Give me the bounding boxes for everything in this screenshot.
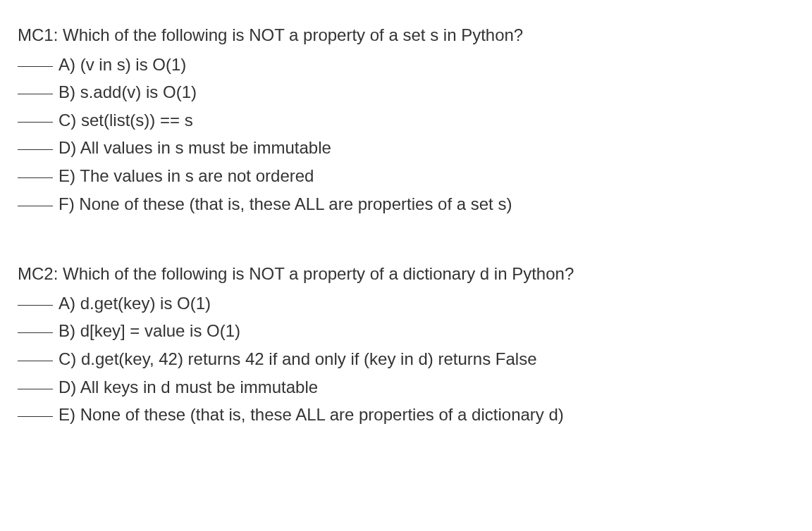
answer-blank[interactable] [18, 66, 53, 67]
answer-blank[interactable] [18, 389, 53, 389]
question-mc2: MC2: Which of the following is NOT a pro… [18, 260, 794, 429]
answer-blank[interactable] [18, 332, 53, 333]
option-row: C) d.get(key, 42) returns 42 if and only… [18, 345, 794, 373]
option-row: F) None of these (that is, these ALL are… [18, 190, 794, 218]
option-text: C) d.get(key, 42) returns 42 if and only… [59, 345, 794, 373]
option-row: B) s.add(v) is O(1) [18, 78, 794, 106]
option-row: E) None of these (that is, these ALL are… [18, 401, 794, 429]
option-row: E) The values in s are not ordered [18, 162, 794, 190]
option-text: E) None of these (that is, these ALL are… [59, 401, 794, 429]
option-text: D) All keys in d must be immutable [59, 373, 794, 401]
option-row: A) d.get(key) is O(1) [18, 289, 794, 318]
answer-blank[interactable] [18, 361, 53, 361]
question-mc1: MC1: Which of the following is NOT a pro… [18, 21, 794, 218]
answer-blank[interactable] [18, 94, 53, 94]
option-text: C) set(list(s)) == s [59, 106, 794, 135]
option-row: D) All keys in d must be immutable [18, 373, 794, 401]
answer-blank[interactable] [18, 305, 53, 306]
option-text: A) d.get(key) is O(1) [59, 289, 794, 318]
option-row: B) d[key] = value is O(1) [18, 317, 794, 345]
answer-blank[interactable] [18, 149, 53, 150]
option-text: E) The values in s are not ordered [59, 162, 794, 190]
option-text: A) (v in s) is O(1) [59, 51, 794, 79]
answer-blank[interactable] [18, 177, 53, 178]
answer-blank[interactable] [18, 206, 53, 206]
question-prompt: MC2: Which of the following is NOT a pro… [18, 260, 794, 288]
option-text: D) All values in s must be immutable [59, 134, 794, 162]
option-text: F) None of these (that is, these ALL are… [59, 190, 794, 218]
option-row: A) (v in s) is O(1) [18, 51, 794, 79]
answer-blank[interactable] [18, 122, 53, 123]
option-text: B) s.add(v) is O(1) [59, 78, 794, 106]
question-prompt: MC1: Which of the following is NOT a pro… [18, 21, 794, 49]
option-row: D) All values in s must be immutable [18, 134, 794, 162]
option-text: B) d[key] = value is O(1) [59, 317, 794, 345]
answer-blank[interactable] [18, 416, 53, 417]
option-row: C) set(list(s)) == s [18, 106, 794, 135]
